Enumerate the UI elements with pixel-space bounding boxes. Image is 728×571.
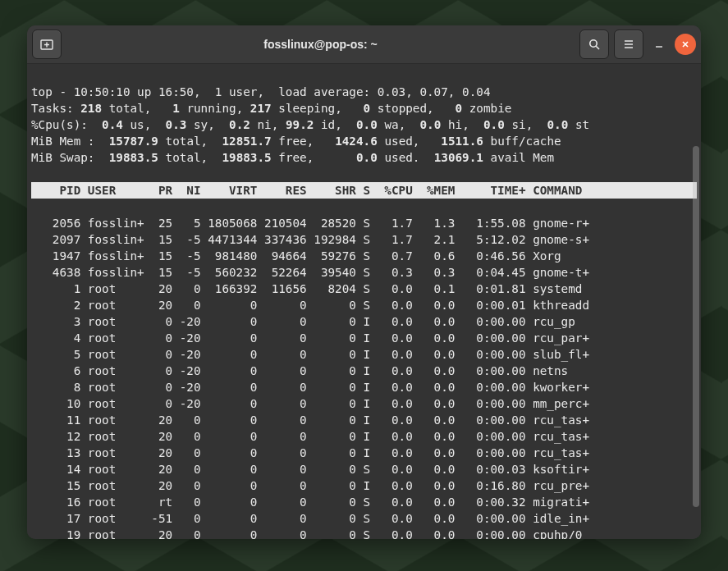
new-tab-button[interactable] [32,30,62,59]
process-row: 17 root -51 0 0 0 0 S 0.0 0.0 0:00.00 id… [31,512,589,525]
minimize-button[interactable] [648,34,670,55]
close-button[interactable] [675,34,696,55]
blank-line [31,167,39,180]
menu-button[interactable] [614,30,643,59]
process-row: 2056 fosslin+ 25 5 1805068 210504 28520 … [31,217,589,230]
process-row: 8 root 0 -20 0 0 0 I 0.0 0.0 0:00.00 kwo… [31,381,589,394]
process-row: 12 root 20 0 0 0 0 I 0.0 0.0 0:00.00 rcu… [31,430,589,443]
process-row: 1947 fosslin+ 15 -5 981480 94664 59276 S… [31,249,589,263]
svg-point-3 [590,40,597,47]
process-row: 2097 fosslin+ 15 -5 4471344 337436 19298… [31,233,589,246]
scrollbar[interactable] [693,146,699,507]
minimize-icon [654,39,664,49]
process-row: 1 root 20 0 166392 11656 8204 S 0.0 0.1 … [31,282,589,295]
terminal-body[interactable]: top - 10:50:10 up 16:50, 1 user, load av… [27,64,701,539]
process-row: 14 root 20 0 0 0 0 S 0.0 0.0 0:00.03 kso… [31,463,589,476]
process-row: 3 root 0 -20 0 0 0 I 0.0 0.0 0:00.00 rcu… [31,315,589,328]
process-row: 2 root 20 0 0 0 0 S 0.0 0.0 0:00.01 kthr… [31,299,589,312]
process-list: 2056 fosslin+ 25 5 1805068 210504 28520 … [31,215,697,539]
search-button[interactable] [579,30,609,59]
top-tasks-line: Tasks: 218 total, 1 running, 217 sleepin… [31,102,511,115]
process-row: 5 root 0 -20 0 0 0 I 0.0 0.0 0:00.00 slu… [31,348,589,361]
close-icon [680,39,690,49]
process-header: PID USER PR NI VIRT RES SHR S %CPU %MEM … [31,182,697,199]
top-cpu-line: %Cpu(s): 0.4 us, 0.3 sy, 0.2 ni, 99.2 id… [31,118,589,131]
process-row: 15 root 20 0 0 0 0 I 0.0 0.0 0:16.80 rcu… [31,479,589,492]
search-icon [588,38,601,51]
process-row: 4638 fosslin+ 15 -5 560232 52264 39540 S… [31,266,589,279]
process-row: 6 root 0 -20 0 0 0 I 0.0 0.0 0:00.00 net… [31,364,589,377]
process-row: 13 root 20 0 0 0 0 I 0.0 0.0 0:00.00 rcu… [31,446,589,459]
process-row: 16 root rt 0 0 0 0 S 0.0 0.0 0:00.32 mig… [31,496,589,509]
terminal-window: fosslinux@pop-os: ~ top - 10:50:10 up 16… [27,25,701,539]
top-summary-line1: top - 10:50:10 up 16:50, 1 user, load av… [31,85,490,98]
top-swap-line: MiB Swap: 19883.5 total, 19883.5 free, 0… [31,151,561,164]
titlebar: fosslinux@pop-os: ~ [27,25,701,64]
svg-line-4 [596,46,599,49]
top-mem-line: MiB Mem : 15787.9 total, 12851.7 free, 1… [31,135,561,148]
hamburger-icon [622,38,635,51]
window-title: fosslinux@pop-os: ~ [66,38,575,51]
process-row: 19 root 20 0 0 0 0 S 0.0 0.0 0:00.00 cpu… [31,528,589,539]
process-row: 11 root 20 0 0 0 0 I 0.0 0.0 0:00.00 rcu… [31,413,589,427]
process-row: 10 root 0 -20 0 0 0 I 0.0 0.0 0:00.00 mm… [31,397,589,410]
new-tab-icon [40,38,53,51]
process-row: 4 root 0 -20 0 0 0 I 0.0 0.0 0:00.00 rcu… [31,331,589,345]
